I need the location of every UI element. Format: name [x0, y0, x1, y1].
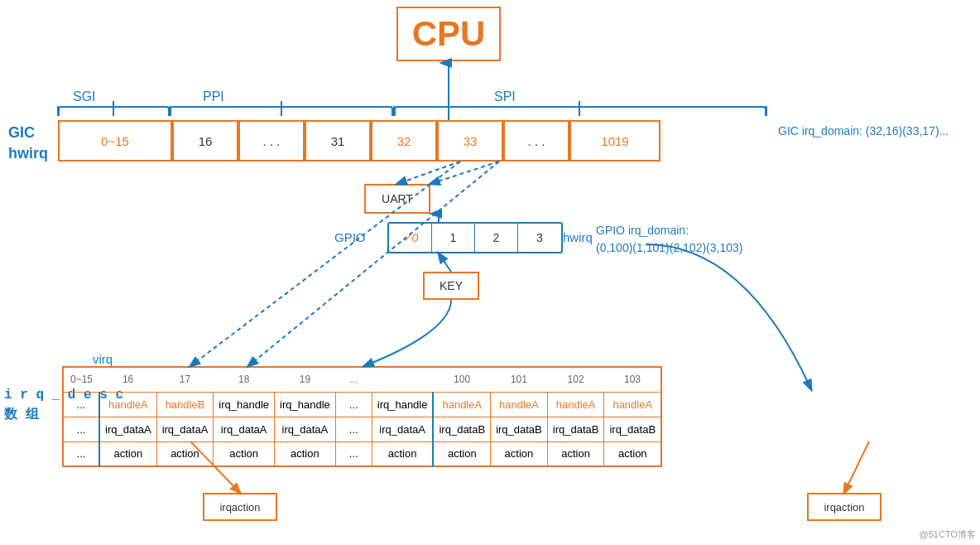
handle-cell-17: handleB — [156, 392, 214, 417]
gpio-cell-3: 3 — [518, 224, 561, 252]
action-cell-x: action — [372, 441, 433, 466]
data-cell-17: irq_dataA — [156, 417, 214, 441]
data-cell-18: irq_dataA — [214, 417, 275, 441]
irqaction-box-left: irqaction — [203, 493, 277, 521]
data-cell-19: irq_dataA — [275, 417, 336, 441]
gpio-hwirq-label: hwirq — [563, 230, 593, 244]
diagram: CPU SGI PPI SPI GIChwirq 0~15 16 . . . 3… — [0, 0, 980, 545]
key-box: KEY — [423, 272, 479, 300]
action-cell-101: action — [491, 441, 548, 466]
action-cell-102: action — [547, 441, 604, 466]
svg-line-6 — [439, 253, 451, 272]
action-cell-0: ... — [63, 441, 99, 466]
gic-cell-1019: 1019 — [569, 120, 661, 162]
data-cell-16: irq_dataA — [99, 417, 156, 441]
svg-line-8 — [844, 441, 869, 493]
gic-cell-dots2: . . . — [503, 120, 569, 162]
virq-header-row: 0~15 16 17 18 19 ... 100 101 102 103 — [63, 367, 661, 392]
action-cell-dots: ... — [335, 441, 372, 466]
handle-cell-0: ... — [63, 392, 99, 417]
action-cell-103: action — [604, 441, 661, 466]
action-cell-19: action — [275, 441, 336, 466]
data-cell-102: irq_dataB — [547, 417, 604, 441]
watermark: @51CTO博客 — [920, 528, 976, 541]
data-cell-103: irq_dataB — [604, 417, 661, 441]
action-cell-16: action — [99, 441, 156, 466]
irqaction-right-label: irqaction — [824, 501, 864, 514]
gpio-row: ✓0 1 2 3 — [387, 222, 563, 253]
sgi-label: SGI — [73, 89, 96, 104]
gic-row: 0~15 16 . . . 31 32 33 . . . 1019 — [58, 120, 661, 162]
gpio-cell-0: ✓0 — [389, 224, 432, 252]
svg-line-2 — [430, 162, 499, 184]
irqaction-box-right: irqaction — [807, 493, 882, 521]
data-cell-dots: ... — [335, 417, 372, 441]
handle-cell-102: handleA — [547, 392, 604, 417]
handle-cell-101: handleA — [491, 392, 548, 417]
gpio-cell-2: 2 — [475, 224, 518, 252]
action-cell-100: action — [433, 441, 490, 466]
handle-cell-18: irq_handle — [214, 392, 275, 417]
cpu-box: CPU — [396, 7, 501, 61]
gic-cell-dots1: . . . — [238, 120, 305, 162]
uart-box: UART — [364, 184, 430, 214]
handle-cell-dots: ... — [335, 392, 372, 417]
data-cell-101: irq_dataB — [491, 417, 548, 441]
handle-cell-16: handleA — [99, 392, 156, 417]
uart-label: UART — [382, 192, 413, 205]
spi-label: SPI — [494, 89, 516, 104]
gic-cell-0-15: 0~15 — [58, 120, 172, 162]
virq-label: virq — [93, 352, 113, 366]
handle-cell-100: handleA — [433, 392, 490, 417]
gic-cell-31: 31 — [305, 120, 371, 162]
brace-ppi — [170, 106, 393, 116]
gpio-domain-label: GPIO irq_domain:(0,100)(1,101)(2,102)(3,… — [596, 222, 742, 257]
data-cell-100: irq_dataB — [433, 417, 490, 441]
data-cell-x: irq_dataA — [372, 417, 433, 441]
irqaction-left-label: irqaction — [219, 501, 260, 514]
key-label: KEY — [440, 279, 463, 292]
gpio-label: GPIO — [334, 230, 366, 244]
gic-cell-33: 33 — [437, 120, 503, 162]
gic-domain-label: GIC irq_domain: (32,16)(33,17)... — [778, 123, 949, 140]
gic-cell-16: 16 — [172, 120, 238, 162]
gic-cell-32: 32 — [371, 120, 437, 162]
handle-cell-19: irq_handle — [275, 392, 336, 417]
action-row: ... action action action action ... acti… — [63, 441, 661, 466]
irq-desc-table: 0~15 16 17 18 19 ... 100 101 102 103 ...… — [62, 366, 662, 467]
ppi-label: PPI — [203, 89, 224, 104]
gpio-cell-1: 1 — [432, 224, 475, 252]
handle-row: ... handleA handleB irq_handle irq_handl… — [63, 392, 661, 417]
brace-sgi — [58, 106, 170, 116]
handle-cell-103: handleA — [604, 392, 661, 417]
brace-spi — [394, 106, 766, 116]
data-row: ... irq_dataA irq_dataA irq_dataA irq_da… — [63, 417, 661, 441]
cpu-label: CPU — [412, 14, 486, 54]
action-cell-18: action — [214, 441, 275, 466]
data-cell-0: ... — [63, 417, 99, 441]
action-cell-17: action — [156, 441, 214, 466]
svg-line-1 — [397, 162, 460, 184]
gic-label: GIChwirq — [8, 123, 48, 164]
handle-cell-x: irq_handle — [372, 392, 433, 417]
